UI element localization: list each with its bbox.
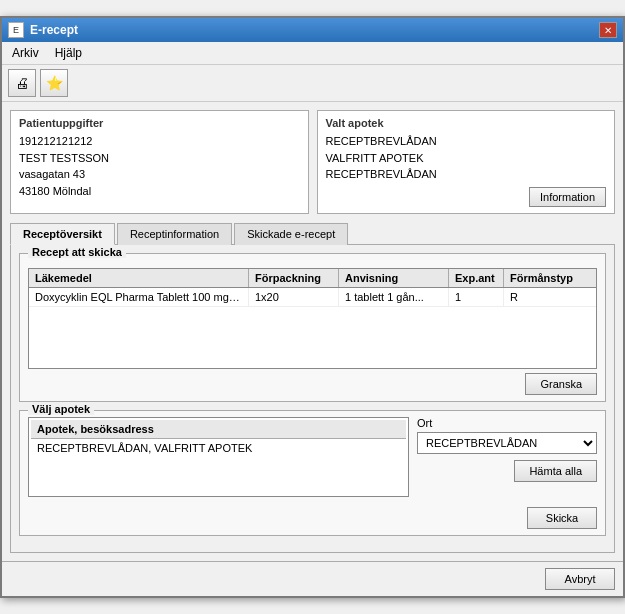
pharmacy-line3: RECEPTBREVLÅDAN — [326, 166, 607, 183]
table-body: Doxycyklin EQL Pharma Tablett 100 mg EQL… — [29, 288, 596, 368]
information-button[interactable]: Information — [529, 187, 606, 207]
menu-arkiv[interactable]: Arkiv — [6, 44, 45, 62]
apotek-list-box: Apotek, besöksadress RECEPTBREVLÅDAN, VA… — [28, 417, 409, 497]
cell-anvisning: 1 tablett 1 gån... — [339, 288, 449, 306]
menu-bar: Arkiv Hjälp — [2, 42, 623, 65]
ort-label: Ort — [417, 417, 597, 429]
title-bar: E E-recept ✕ — [2, 18, 623, 42]
patient-name: TEST TESTSSON — [19, 150, 300, 167]
tab-receptinformation[interactable]: Receptinformation — [117, 223, 232, 245]
print-icon: 🖨 — [15, 75, 29, 91]
recept-group-label: Recept att skicka — [28, 246, 126, 258]
hamta-alla-button[interactable]: Hämta alla — [514, 460, 597, 482]
bottom-bar: Avbryt — [2, 561, 623, 596]
hamta-btn-wrapper: Hämta alla — [417, 460, 597, 482]
apotek-list-header: Apotek, besöksadress — [31, 420, 406, 439]
cell-lakemedel: Doxycyklin EQL Pharma Tablett 100 mg EQL… — [29, 288, 249, 306]
tab-panel: Recept att skicka Läkemedel Förpackning … — [10, 245, 615, 553]
col-lakemedel: Läkemedel — [29, 269, 249, 287]
window-title: E-recept — [30, 23, 78, 37]
apotek-list-wrapper: Apotek, besöksadress RECEPTBREVLÅDAN, VA… — [28, 417, 409, 497]
patient-box: Patientuppgifter 191212121212 TEST TESTS… — [10, 110, 309, 214]
toolbar: 🖨 ⭐ — [2, 65, 623, 102]
tab-receptoversikt[interactable]: Receptöversikt — [10, 223, 115, 245]
app-icon: E — [8, 22, 24, 38]
patient-id: 191212121212 — [19, 133, 300, 150]
cell-forpackning: 1x20 — [249, 288, 339, 306]
patient-label: Patientuppgifter — [19, 117, 300, 129]
col-expant: Exp.ant — [449, 269, 504, 287]
ort-select[interactable]: RECEPTBREVLÅDAN — [417, 432, 597, 454]
pharmacy-box: Valt apotek RECEPTBREVLÅDAN VALFRITT APO… — [317, 110, 616, 214]
pharmacy-label: Valt apotek — [326, 117, 607, 129]
info-btn-wrapper: Information — [326, 187, 607, 207]
top-section: Patientuppgifter 191212121212 TEST TESTS… — [10, 110, 615, 214]
recept-group: Recept att skicka Läkemedel Förpackning … — [19, 253, 606, 402]
main-content: Patientuppgifter 191212121212 TEST TESTS… — [2, 102, 623, 561]
apotek-lower: Apotek, besöksadress RECEPTBREVLÅDAN, VA… — [28, 417, 597, 529]
cell-expant: 1 — [449, 288, 504, 306]
print-button[interactable]: 🖨 — [8, 69, 36, 97]
table-row[interactable]: Doxycyklin EQL Pharma Tablett 100 mg EQL… — [29, 288, 596, 307]
col-forpackning: Förpackning — [249, 269, 339, 287]
skicka-button[interactable]: Skicka — [527, 507, 597, 529]
close-button[interactable]: ✕ — [599, 22, 617, 38]
patient-city: 43180 Mölndal — [19, 183, 300, 200]
granska-button[interactable]: Granska — [525, 373, 597, 395]
pharmacy-line1: RECEPTBREVLÅDAN — [326, 133, 607, 150]
cell-formanstyp: R — [504, 288, 584, 306]
title-bar-left: E E-recept — [8, 22, 78, 38]
star-icon: ⭐ — [46, 75, 63, 91]
skicka-btn-row: Skicka — [28, 507, 597, 529]
ort-section: Ort RECEPTBREVLÅDAN Hämta alla — [417, 417, 597, 497]
list-item[interactable]: RECEPTBREVLÅDAN, VALFRITT APOTEK — [31, 439, 406, 457]
tab-bar: Receptöversikt Receptinformation Skickad… — [10, 222, 615, 245]
avbryt-button[interactable]: Avbryt — [545, 568, 615, 590]
table-header: Läkemedel Förpackning Anvisning Exp.ant … — [29, 269, 596, 288]
granska-btn-row: Granska — [28, 373, 597, 395]
col-formanstyp: Förmånstyp — [504, 269, 584, 287]
apotek-inner: Apotek, besöksadress RECEPTBREVLÅDAN, VA… — [28, 417, 597, 497]
menu-hjalp[interactable]: Hjälp — [49, 44, 88, 62]
star-button[interactable]: ⭐ — [40, 69, 68, 97]
col-anvisning: Anvisning — [339, 269, 449, 287]
ort-select-wrapper: RECEPTBREVLÅDAN — [417, 432, 597, 454]
patient-street: vasagatan 43 — [19, 166, 300, 183]
main-window: E E-recept ✕ Arkiv Hjälp 🖨 ⭐ Patientuppg… — [0, 16, 625, 598]
recept-table: Läkemedel Förpackning Anvisning Exp.ant … — [28, 268, 597, 369]
tab-skickade-erecept[interactable]: Skickade e-recept — [234, 223, 348, 245]
apotek-group: Välj apotek Apotek, besöksadress RECEPTB… — [19, 410, 606, 536]
pharmacy-line2: VALFRITT APOTEK — [326, 150, 607, 167]
apotek-group-label: Välj apotek — [28, 403, 94, 415]
